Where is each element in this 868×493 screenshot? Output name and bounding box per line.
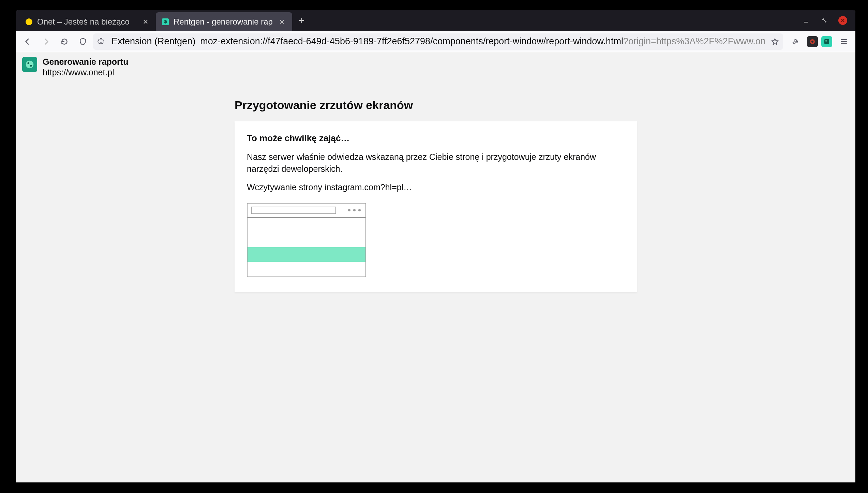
- dot-icon: [353, 209, 356, 211]
- url-main: moz-extension://f47faecd-649d-45b6-9189-…: [200, 36, 623, 46]
- loading-status: Wczytywanie strony instagram.com?hl=pl…: [247, 181, 625, 193]
- tab-title: Rentgen - generowanie rapo: [174, 17, 273, 27]
- report-icon: [22, 57, 37, 72]
- extension-name-badge: Extension (Rentgen): [109, 36, 197, 47]
- progress-illustration: [247, 203, 366, 277]
- navigation-toolbar: Extension (Rentgen) moz-extension://f47f…: [16, 31, 855, 52]
- card-description: Nasz serwer właśnie odwiedza wskazaną pr…: [247, 151, 625, 175]
- illustration-body: [248, 218, 365, 277]
- svg-point-1: [164, 20, 165, 21]
- app-menu-button[interactable]: [836, 33, 852, 50]
- bookmark-star-icon[interactable]: [769, 36, 780, 47]
- shield-icon[interactable]: [75, 33, 91, 50]
- card-title: To może chwilkę zająć…: [247, 133, 625, 144]
- section-heading: Przygotowanie zrzutów ekranów: [235, 99, 637, 112]
- main-column: Przygotowanie zrzutów ekranów To może ch…: [235, 99, 637, 292]
- page-subtitle: https://www.onet.pl: [43, 68, 128, 77]
- tab-strip: Onet – Jesteś na bieżąco Rentgen - gener…: [16, 10, 855, 31]
- svg-point-7: [27, 62, 29, 64]
- url-bar[interactable]: Extension (Rentgen) moz-extension://f47f…: [93, 33, 783, 50]
- extension-icon-rentgen[interactable]: [821, 36, 832, 47]
- tab-title: Onet – Jesteś na bieżąco: [37, 17, 137, 27]
- url-text: moz-extension://f47faecd-649d-45b6-9189-…: [200, 36, 767, 47]
- status-card: To może chwilkę zająć… Nasz serwer właśn…: [235, 121, 637, 292]
- extension-icon-1[interactable]: [807, 36, 818, 47]
- page-header-text: Generowanie raportu https://www.onet.pl: [43, 57, 128, 77]
- url-query: ?origin=https%3A%2F%2Fwww.on: [623, 36, 766, 46]
- onet-favicon: [26, 18, 32, 25]
- window-controls: [802, 16, 852, 25]
- illustration-dots: [348, 209, 361, 211]
- svg-point-6: [26, 61, 34, 69]
- close-window-icon[interactable]: [838, 16, 847, 25]
- tab-rentgen[interactable]: Rentgen - generowanie rapo: [156, 12, 292, 31]
- close-icon[interactable]: [141, 18, 150, 26]
- illustration-urlbar: [251, 207, 336, 214]
- svg-point-8: [30, 65, 32, 67]
- page-header: Generowanie raportu https://www.onet.pl: [16, 52, 855, 82]
- close-icon[interactable]: [278, 18, 286, 26]
- tab-onet[interactable]: Onet – Jesteś na bieżąco: [19, 12, 156, 31]
- new-tab-button[interactable]: [295, 14, 309, 27]
- forward-button[interactable]: [38, 33, 54, 50]
- devtools-wrench-icon[interactable]: [787, 33, 804, 50]
- illustration-toolbar: [248, 204, 365, 218]
- extension-puzzle-icon: [96, 36, 107, 47]
- svg-point-3: [811, 41, 813, 43]
- svg-rect-4: [824, 39, 829, 44]
- browser-window: Onet – Jesteś na bieżąco Rentgen - gener…: [16, 10, 855, 482]
- dot-icon: [358, 209, 361, 211]
- dot-icon: [348, 209, 350, 211]
- minimize-icon[interactable]: [802, 16, 810, 25]
- page-content: Generowanie raportu https://www.onet.pl …: [16, 52, 855, 482]
- back-button[interactable]: [19, 33, 36, 50]
- extension-label: Extension (Rentgen): [111, 36, 195, 47]
- toolbar-right: [785, 33, 852, 50]
- page-title: Generowanie raportu: [43, 57, 128, 67]
- progress-stripe: [248, 247, 365, 262]
- maximize-icon[interactable]: [820, 16, 829, 25]
- reload-button[interactable]: [56, 33, 73, 50]
- rentgen-favicon: [162, 18, 169, 25]
- svg-point-5: [825, 40, 827, 42]
- svg-point-0: [164, 20, 167, 24]
